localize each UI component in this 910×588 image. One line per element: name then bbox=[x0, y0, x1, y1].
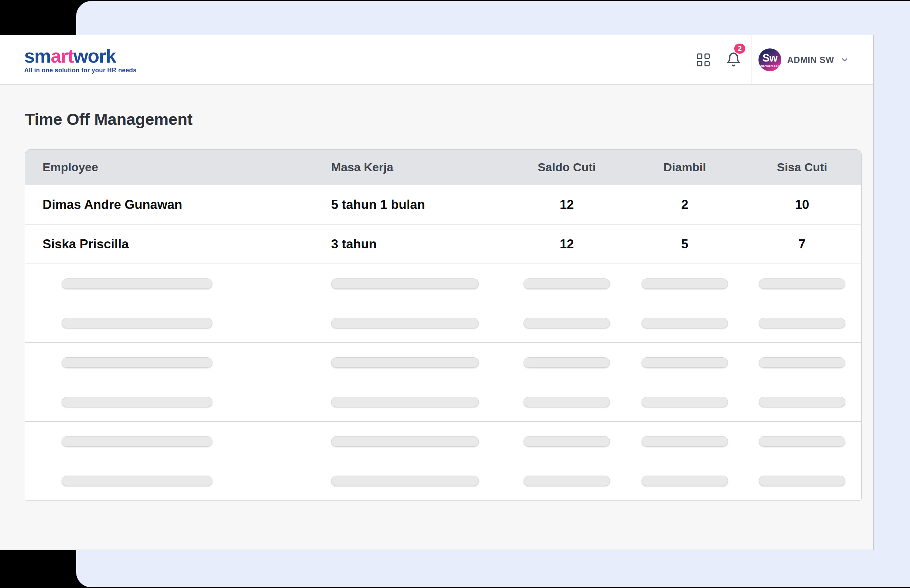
cell-saldo-cuti: 12 bbox=[507, 197, 627, 212]
skeleton-placeholder bbox=[524, 278, 610, 289]
avatar-caption: Smartwork HRIS bbox=[758, 64, 781, 68]
header-divider bbox=[752, 35, 752, 84]
skeleton-placeholder bbox=[642, 397, 728, 407]
page-title: Time Off Management bbox=[25, 110, 873, 129]
cell-diambil: 2 bbox=[627, 197, 743, 212]
skeleton-placeholder bbox=[524, 357, 610, 368]
cell-sisa-cuti: 7 bbox=[743, 237, 861, 252]
user-name: ADMIN SW bbox=[787, 55, 834, 65]
column-header-diambil: Diambil bbox=[627, 160, 743, 174]
skeleton-placeholder bbox=[759, 476, 845, 486]
cell-employee: Siska Priscilla bbox=[25, 237, 330, 252]
skeleton-placeholder bbox=[759, 397, 845, 407]
avatar-initials: Sw bbox=[763, 53, 777, 63]
logo-tagline: All in one solution for your HR needs bbox=[24, 67, 136, 73]
logo-part-art: art bbox=[51, 45, 74, 67]
logo-part-sm: sm bbox=[24, 45, 51, 67]
table-header-row: Employee Masa Kerja Saldo Cuti Diambil S… bbox=[25, 150, 861, 185]
app-window: smartwork All in one solution for your H… bbox=[0, 35, 873, 549]
skeleton-row bbox=[25, 422, 861, 461]
skeleton-placeholder bbox=[61, 436, 212, 446]
skeleton-placeholder bbox=[331, 397, 479, 407]
skeleton-placeholder bbox=[61, 397, 212, 407]
table-row: Dimas Andre Gunawan 5 tahun 1 bulan 12 2… bbox=[25, 185, 861, 225]
top-bar: smartwork All in one solution for your H… bbox=[0, 35, 873, 85]
skeleton-placeholder bbox=[759, 436, 845, 446]
table-row: Siska Priscilla 3 tahun 12 5 7 bbox=[25, 225, 861, 264]
skeleton-placeholder bbox=[642, 436, 728, 446]
skeleton-placeholder bbox=[642, 357, 728, 368]
chevron-down-icon bbox=[840, 55, 849, 64]
skeleton-placeholder bbox=[524, 436, 610, 446]
column-header-saldo-cuti: Saldo Cuti bbox=[507, 160, 627, 174]
header-divider bbox=[850, 35, 850, 84]
skeleton-placeholder bbox=[331, 318, 479, 328]
cell-diambil: 5 bbox=[627, 237, 743, 252]
skeleton-placeholder bbox=[61, 318, 212, 328]
skeleton-placeholder bbox=[331, 278, 479, 289]
skeleton-placeholder bbox=[642, 476, 728, 486]
column-header-sisa-cuti: Sisa Cuti bbox=[743, 160, 861, 174]
skeleton-placeholder bbox=[759, 278, 845, 289]
logo-part-work: work bbox=[73, 45, 116, 67]
skeleton-placeholder bbox=[61, 357, 212, 368]
skeleton-placeholder bbox=[524, 318, 610, 328]
skeleton-placeholder bbox=[331, 476, 479, 486]
skeleton-row bbox=[25, 382, 861, 422]
skeleton-placeholder bbox=[331, 436, 479, 446]
main-content: Time Off Management Employee Masa Kerja … bbox=[0, 110, 873, 501]
column-header-employee: Employee bbox=[25, 160, 330, 174]
logo-wordmark: smartwork bbox=[24, 47, 136, 66]
skeleton-row bbox=[25, 461, 861, 500]
skeleton-placeholder bbox=[759, 318, 845, 328]
skeleton-placeholder bbox=[642, 278, 728, 289]
bell-icon bbox=[726, 52, 741, 68]
skeleton-placeholder bbox=[759, 357, 845, 368]
notifications-button[interactable]: 2 bbox=[725, 44, 747, 68]
skeleton-row bbox=[25, 264, 861, 303]
avatar: Sw Smartwork HRIS bbox=[758, 48, 781, 71]
column-header-masa-kerja: Masa Kerja bbox=[330, 160, 507, 174]
skeleton-placeholder bbox=[524, 476, 610, 486]
cell-saldo-cuti: 12 bbox=[507, 237, 627, 252]
timeoff-table: Employee Masa Kerja Saldo Cuti Diambil S… bbox=[25, 149, 862, 501]
smartwork-logo: smartwork All in one solution for your H… bbox=[24, 47, 136, 73]
skeleton-placeholder bbox=[524, 397, 610, 407]
cell-masa-kerja: 5 tahun 1 bulan bbox=[330, 197, 507, 212]
notification-badge: 2 bbox=[734, 44, 745, 53]
cell-masa-kerja: 3 tahun bbox=[330, 237, 507, 252]
cell-sisa-cuti: 10 bbox=[743, 197, 861, 212]
user-menu[interactable]: Sw Smartwork HRIS ADMIN SW bbox=[758, 48, 849, 71]
skeleton-row bbox=[25, 303, 861, 343]
skeleton-row bbox=[25, 343, 861, 382]
cell-employee: Dimas Andre Gunawan bbox=[25, 197, 330, 212]
skeleton-placeholder bbox=[61, 476, 212, 486]
apps-grid-icon[interactable] bbox=[697, 53, 710, 66]
skeleton-placeholder bbox=[642, 318, 728, 328]
skeleton-placeholder bbox=[331, 357, 479, 368]
skeleton-placeholder bbox=[61, 278, 212, 289]
